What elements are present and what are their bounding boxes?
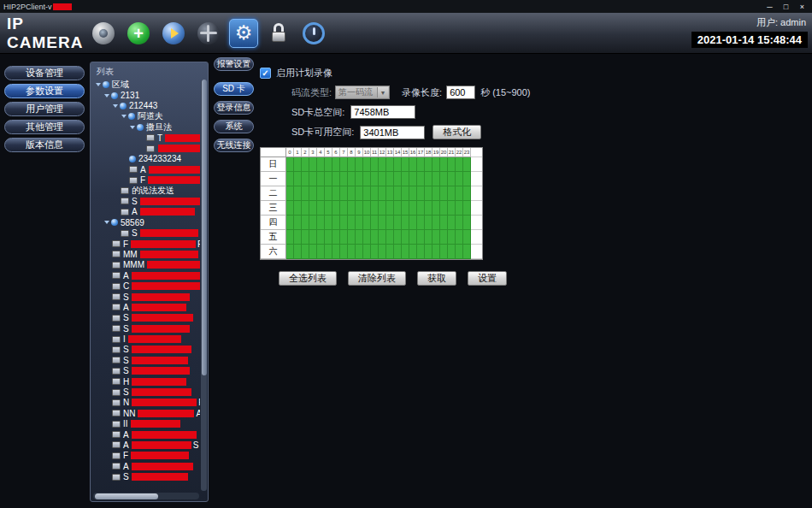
schedule-cell[interactable] xyxy=(317,230,325,245)
hour-header-16[interactable]: 16 xyxy=(409,148,417,157)
schedule-cell[interactable] xyxy=(456,216,463,230)
schedule-cell[interactable] xyxy=(294,172,302,186)
close-button[interactable]: × xyxy=(794,1,810,13)
schedule-cell[interactable] xyxy=(379,201,386,216)
schedule-cell[interactable] xyxy=(356,186,363,201)
schedule-cell[interactable] xyxy=(440,157,448,172)
schedule-cell[interactable] xyxy=(417,157,425,172)
schedule-cell[interactable] xyxy=(394,172,402,186)
action-button-全选列表[interactable]: 全选列表 xyxy=(279,271,337,286)
power-button[interactable] xyxy=(299,19,328,48)
tree-item[interactable]: 234233234 xyxy=(92,154,200,164)
schedule-cell[interactable] xyxy=(448,201,456,216)
schedule-cell[interactable] xyxy=(394,157,402,172)
schedule-cell[interactable] xyxy=(440,216,448,230)
hour-header-6[interactable]: 6 xyxy=(332,148,340,157)
playback-button[interactable] xyxy=(159,19,188,48)
hour-header-7[interactable]: 7 xyxy=(340,148,348,157)
schedule-cell[interactable] xyxy=(440,186,448,201)
tree-item[interactable]: FF xyxy=(92,239,200,249)
schedule-cell[interactable] xyxy=(317,172,325,186)
schedule-cell[interactable] xyxy=(432,245,440,259)
schedule-cell[interactable] xyxy=(448,172,456,186)
hour-header-4[interactable]: 4 xyxy=(317,148,325,157)
schedule-cell[interactable] xyxy=(317,157,325,172)
hour-header-21[interactable]: 21 xyxy=(448,148,456,157)
schedule-cell[interactable] xyxy=(386,201,394,216)
schedule-cell[interactable] xyxy=(456,230,463,245)
schedule-cell[interactable] xyxy=(363,245,371,259)
schedule-cell[interactable] xyxy=(309,201,317,216)
schedule-cell[interactable] xyxy=(386,157,394,172)
schedule-cell[interactable] xyxy=(425,172,432,186)
hour-header-18[interactable]: 18 xyxy=(425,148,432,157)
horizontal-scroll-thumb[interactable] xyxy=(95,493,158,499)
tree-item[interactable]: NNA xyxy=(92,408,200,418)
tree-item[interactable]: 阿道夫 xyxy=(92,111,200,121)
schedule-cell[interactable] xyxy=(432,216,440,230)
schedule-cell[interactable] xyxy=(386,245,394,259)
schedule-cell[interactable] xyxy=(332,186,340,201)
schedule-cell[interactable] xyxy=(309,157,317,172)
settings-button[interactable]: ⚙ xyxy=(229,19,258,48)
hour-header-15[interactable]: 15 xyxy=(402,148,409,157)
schedule-cell[interactable] xyxy=(294,216,302,230)
schedule-cell[interactable] xyxy=(463,157,471,172)
schedule-cell[interactable] xyxy=(425,216,432,230)
tree-item[interactable]: S xyxy=(92,345,200,355)
tree-item[interactable]: 的说法发送 xyxy=(92,186,200,196)
tree-item[interactable]: 撒旦法 xyxy=(92,122,200,133)
schedule-cell[interactable] xyxy=(309,216,317,230)
hour-header-1[interactable]: 1 xyxy=(294,148,302,157)
hour-header-20[interactable]: 20 xyxy=(440,148,448,157)
schedule-cell[interactable] xyxy=(409,230,417,245)
schedule-cell[interactable] xyxy=(371,201,379,216)
stream-type-select[interactable]: 第一码流 ▼ xyxy=(335,86,390,99)
schedule-cell[interactable] xyxy=(409,201,417,216)
schedule-cell[interactable] xyxy=(379,216,386,230)
schedule-cell[interactable] xyxy=(394,230,402,245)
schedule-cell[interactable] xyxy=(386,230,394,245)
schedule-cell[interactable] xyxy=(394,201,402,216)
schedule-cell[interactable] xyxy=(363,172,371,186)
tree-item[interactable]: F xyxy=(92,175,200,186)
tree-item[interactable]: F xyxy=(92,451,200,461)
schedule-cell[interactable] xyxy=(417,245,425,259)
schedule-cell[interactable] xyxy=(317,186,325,201)
schedule-cell[interactable] xyxy=(379,172,386,186)
schedule-cell[interactable] xyxy=(325,245,332,259)
schedule-cell[interactable] xyxy=(340,216,348,230)
expander-icon[interactable] xyxy=(104,221,109,224)
schedule-cell[interactable] xyxy=(448,157,456,172)
tree-item[interactable]: S xyxy=(92,323,200,334)
hour-header-12[interactable]: 12 xyxy=(379,148,386,157)
schedule-cell[interactable] xyxy=(463,216,471,230)
schedule-cell[interactable] xyxy=(332,157,340,172)
schedule-cell[interactable] xyxy=(363,201,371,216)
schedule-cell[interactable] xyxy=(394,216,402,230)
schedule-cell[interactable] xyxy=(463,245,471,259)
schedule-cell[interactable] xyxy=(456,245,463,259)
tree-item[interactable]: A xyxy=(92,461,200,471)
schedule-cell[interactable] xyxy=(294,245,302,259)
action-button-设置[interactable]: 设置 xyxy=(468,271,507,286)
hour-header-0[interactable]: 0 xyxy=(286,148,294,157)
tree-item[interactable] xyxy=(92,143,200,153)
schedule-cell[interactable] xyxy=(309,172,317,186)
schedule-cell[interactable] xyxy=(325,157,332,172)
hour-header-14[interactable]: 14 xyxy=(394,148,402,157)
schedule-cell[interactable] xyxy=(448,186,456,201)
schedule-cell[interactable] xyxy=(332,201,340,216)
schedule-cell[interactable] xyxy=(402,230,409,245)
schedule-cell[interactable] xyxy=(286,186,294,201)
schedule-cell[interactable] xyxy=(417,230,425,245)
schedule-cell[interactable] xyxy=(348,157,356,172)
tree-item[interactable]: 58569 xyxy=(92,217,200,227)
schedule-cell[interactable] xyxy=(402,157,409,172)
tree-item[interactable]: H xyxy=(92,376,200,387)
expander-icon[interactable] xyxy=(113,104,118,108)
schedule-cell[interactable] xyxy=(317,201,325,216)
schedule-cell[interactable] xyxy=(294,157,302,172)
schedule-cell[interactable] xyxy=(325,186,332,201)
tree-item[interactable]: TH xyxy=(92,133,200,143)
